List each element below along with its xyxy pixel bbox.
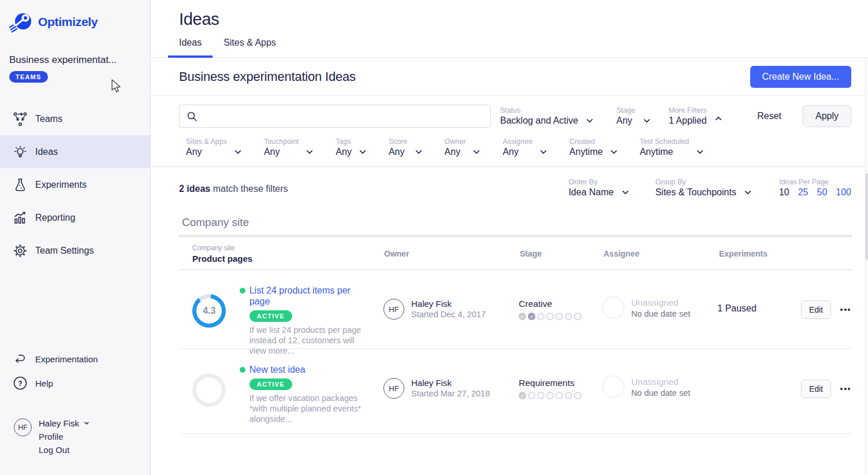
optimizely-logo-icon	[9, 10, 33, 34]
owner-name: Haley Fisk	[411, 378, 490, 388]
tab-ideas[interactable]: Ideas	[168, 38, 213, 58]
optimizely-wordmark: Optimizely	[38, 15, 98, 29]
sidebar-item-team-settings[interactable]: Team Settings	[0, 234, 150, 267]
filter-owner-dropdown[interactable]: OwnerAny	[445, 138, 479, 157]
reset-button[interactable]: Reset	[757, 111, 781, 121]
per-page-option-25[interactable]: 25	[798, 187, 809, 198]
assignee-name: Unassigned	[631, 298, 690, 308]
owner-avatar: HF	[383, 378, 404, 399]
sidebar-item-label: Teams	[35, 114, 62, 124]
workspace-teams-badge: TEAMS	[9, 71, 48, 83]
active-dot-icon	[240, 288, 245, 294]
chevron-down-icon	[84, 420, 89, 425]
experimentation-label: Experimentation	[35, 354, 98, 364]
filter-test-scheduled-dropdown[interactable]: Test ScheduledAnytime	[640, 138, 702, 157]
edit-button[interactable]: Edit	[801, 380, 831, 398]
per-page-label: Ideas Per Page	[779, 178, 851, 186]
column-header-assignee: Assignee	[603, 249, 719, 258]
section-header: Business experimentation Ideas Create Ne…	[151, 58, 868, 96]
more-filters-dropdown[interactable]: More Filters 1 Applied	[669, 106, 721, 126]
sidebar-item-help[interactable]: ? Help	[0, 376, 150, 391]
user-menu: HF Haley Fisk Profile Log Out	[14, 418, 88, 455]
sidebar-item-label: Experiments	[35, 180, 87, 190]
search-icon	[187, 111, 198, 122]
section-title: Business experimentation Ideas	[179, 69, 356, 84]
apply-button[interactable]: Apply	[803, 105, 851, 127]
per-page-option-100[interactable]: 100	[836, 187, 851, 198]
help-label: Help	[35, 378, 53, 388]
table-row: 4.3 List 24 product items per page ACTIV…	[179, 270, 852, 349]
sidebar-item-teams[interactable]: Teams	[0, 102, 150, 135]
idea-description: If we offer vacation packages *with mult…	[249, 393, 368, 424]
column-header-owner: Owner	[384, 249, 520, 258]
stage-progress-dots	[519, 392, 602, 399]
page-header: Ideas Ideas Sites & Apps	[151, 0, 868, 58]
filter-stage-dropdown[interactable]: Stage Any	[616, 106, 649, 126]
tab-bar: Ideas Sites & Apps	[168, 38, 287, 58]
filter-created-dropdown[interactable]: CreatedAnytime	[569, 138, 616, 157]
search-input[interactable]	[203, 112, 483, 121]
tab-sites-apps[interactable]: Sites & Apps	[213, 38, 287, 58]
user-name-toggle[interactable]: Haley Fisk	[39, 418, 88, 428]
more-menu-icon[interactable]	[840, 388, 850, 390]
sidebar-item-ideas[interactable]: Ideas	[0, 135, 150, 168]
filter-panel: Status Backlog and Active Stage Any More…	[151, 96, 868, 167]
ideas-per-page: Ideas Per Page 10 25 50 100	[779, 178, 851, 198]
results-summary: 2 ideas match these filters	[179, 178, 288, 194]
edit-button[interactable]: Edit	[801, 300, 831, 319]
filter-score-dropdown[interactable]: ScoreAny	[389, 138, 421, 157]
score-donut	[192, 373, 226, 407]
gear-icon	[13, 243, 28, 258]
chevron-down-icon	[643, 116, 650, 123]
site-column-label: Company site	[192, 244, 384, 252]
column-header-stage: Stage	[520, 249, 603, 258]
chevron-up-icon	[715, 116, 721, 123]
chevron-down-icon	[696, 147, 703, 154]
sidebar-item-experiments[interactable]: Experiments	[0, 168, 150, 201]
filter-sites-apps-dropdown[interactable]: Sites & AppsAny	[186, 138, 240, 157]
search-box[interactable]	[179, 105, 491, 128]
assignee-avatar-placeholder	[602, 376, 624, 398]
filter-tags-dropdown[interactable]: TagsAny	[336, 138, 365, 157]
chevron-down-icon	[415, 147, 422, 154]
group-by-dropdown[interactable]: Group BySites & Touchpoints	[655, 178, 750, 198]
table-header: Company site Product pages Owner Stage A…	[179, 238, 852, 270]
workspace-name[interactable]: Business experimentat...	[9, 54, 141, 66]
chevron-down-icon	[744, 188, 751, 194]
assignee-due-date: No due date set	[631, 388, 690, 398]
more-menu-icon[interactable]	[840, 309, 850, 311]
chevron-down-icon	[540, 147, 546, 154]
group-title: Company site	[182, 216, 868, 229]
per-page-option-50[interactable]: 50	[817, 187, 828, 198]
assignee-avatar-placeholder	[602, 296, 624, 318]
help-icon: ?	[13, 376, 28, 391]
score-donut: 4.3	[192, 294, 226, 328]
sidebar-item-experimentation-back[interactable]: Experimentation	[0, 351, 150, 366]
flask-icon	[13, 177, 28, 192]
idea-link[interactable]: New test idea	[249, 364, 306, 375]
owner-avatar: HF	[383, 299, 404, 320]
owner-name: Haley Fisk	[411, 299, 486, 309]
sidebar-item-reporting[interactable]: Reporting	[0, 201, 150, 234]
profile-link[interactable]: Profile	[39, 432, 88, 441]
page-title: Ideas	[151, 0, 868, 29]
filter-touchpoint-dropdown[interactable]: TouchpointAny	[264, 138, 312, 157]
order-by-dropdown[interactable]: Order ByIdea Name	[568, 178, 627, 198]
per-page-option-10[interactable]: 10	[779, 187, 789, 198]
optimizely-logo[interactable]: Optimizely	[0, 0, 150, 34]
status-badge: ACTIVE	[249, 310, 292, 322]
chevron-down-icon	[234, 147, 241, 154]
active-dot-icon	[240, 367, 245, 373]
filter-status-dropdown[interactable]: Status Backlog and Active	[500, 106, 592, 126]
logout-link[interactable]: Log Out	[39, 445, 88, 455]
create-new-idea-button[interactable]: Create New Idea...	[750, 66, 851, 88]
chevron-down-icon	[359, 147, 366, 154]
scrollbar-track[interactable]	[865, 58, 868, 475]
status-badge: ACTIVE	[249, 378, 292, 390]
idea-link[interactable]: List 24 product items per page	[249, 285, 371, 307]
mouse-cursor-icon	[110, 79, 122, 94]
filter-assignee-dropdown[interactable]: AssigneeAny	[502, 138, 545, 157]
scrollbar-thumb[interactable]	[865, 173, 868, 260]
user-avatar[interactable]: HF	[14, 418, 32, 436]
owner-started-date: Started Dec 4, 2017	[411, 310, 486, 319]
